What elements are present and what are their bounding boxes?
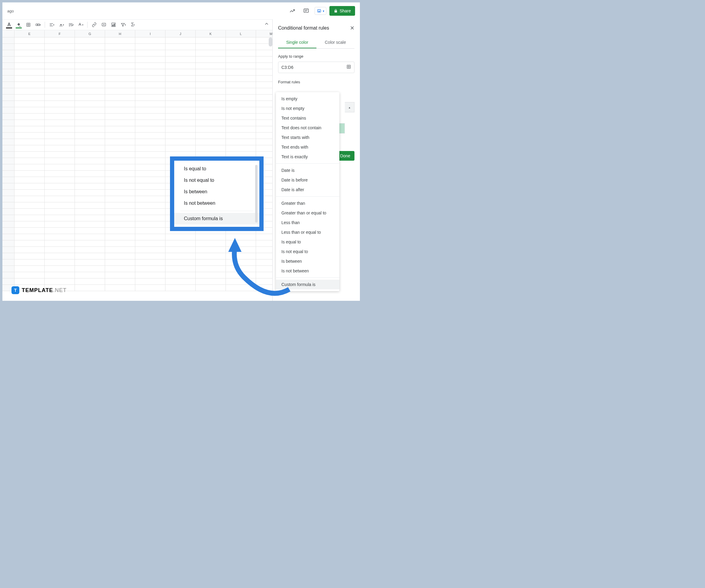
last-edit-ago: ago [7, 9, 14, 13]
valign-icon[interactable]: ▾ [57, 20, 65, 29]
vertical-scrollbar[interactable] [269, 38, 272, 46]
column-header[interactable]: H [105, 30, 135, 37]
wrap-icon[interactable]: ▾ [67, 20, 75, 29]
grid-row[interactable] [2, 94, 272, 101]
grid-row[interactable] [2, 247, 272, 253]
rule-option[interactable]: Text ends with [276, 142, 339, 152]
functions-icon[interactable]: Σ▾ [129, 20, 137, 29]
rule-option[interactable]: Text is exactly [276, 152, 339, 162]
watermark: T TEMPLATE.NET [11, 286, 67, 294]
link-icon[interactable] [90, 20, 98, 29]
grid-row[interactable] [2, 44, 272, 50]
svg-rect-21 [112, 25, 113, 26]
halign-icon[interactable]: ▾ [47, 20, 56, 29]
grid-row[interactable] [2, 38, 272, 44]
svg-rect-20 [112, 23, 115, 27]
close-icon[interactable]: ✕ [350, 25, 355, 32]
rule-option[interactable]: Date is [276, 166, 339, 175]
grid-row[interactable] [2, 139, 272, 145]
grid-row[interactable] [2, 260, 272, 266]
rule-option[interactable]: Less than [276, 218, 339, 227]
callout-item[interactable]: Is not between [174, 197, 260, 209]
column-header[interactable]: F [45, 30, 75, 37]
tab-color-scale[interactable]: Color scale [317, 37, 355, 48]
grid-row[interactable] [2, 63, 272, 69]
apply-to-range-label: Apply to range [278, 54, 355, 58]
callout-zoom: Is equal to Is not equal to Is between I… [170, 156, 264, 231]
rule-option[interactable]: Is between [276, 257, 339, 266]
rule-option[interactable]: Text starts with [276, 133, 339, 142]
column-header[interactable]: E [14, 30, 45, 37]
rule-option[interactable]: Is not empty [276, 103, 339, 113]
grid-row[interactable] [2, 272, 272, 278]
grid-row[interactable] [2, 82, 272, 88]
rule-option[interactable]: Greater than or equal to [276, 208, 339, 218]
grid-row[interactable] [2, 120, 272, 126]
rule-option[interactable]: Date is before [276, 175, 339, 185]
rule-option[interactable]: Less than or equal to [276, 227, 339, 237]
present-dropdown[interactable]: ▾ [315, 7, 326, 15]
watermark-name: TEMPLATE [22, 287, 53, 293]
grid-row[interactable] [2, 69, 272, 76]
rotate-icon[interactable]: ▾ [77, 20, 85, 29]
callout-item[interactable]: Is between [174, 186, 260, 197]
grid-row[interactable] [2, 240, 272, 247]
grid-row[interactable] [2, 126, 272, 133]
chart-icon[interactable] [109, 20, 118, 29]
grid-row[interactable] [2, 101, 272, 107]
rule-dropdown-toggle[interactable]: ▴ [345, 102, 355, 112]
grid-row[interactable] [2, 278, 272, 285]
filter-icon[interactable]: ▾ [119, 20, 128, 29]
grid-row[interactable] [2, 76, 272, 82]
rule-option-custom-formula[interactable]: Custom formula is [276, 280, 339, 289]
comment-icon[interactable] [301, 5, 312, 16]
text-color-icon[interactable]: A [5, 20, 13, 29]
svg-rect-22 [114, 24, 114, 26]
range-field[interactable] [281, 65, 337, 70]
grid-row[interactable] [2, 114, 272, 120]
svg-rect-8 [36, 24, 38, 26]
callout-item-highlight[interactable]: Custom formula is [174, 213, 260, 224]
rule-option[interactable]: Text contains [276, 113, 339, 123]
rule-option[interactable]: Is empty [276, 94, 339, 103]
column-header[interactable]: I [135, 30, 166, 37]
panel-title: Conditional format rules [278, 26, 329, 31]
share-button[interactable]: Share [329, 6, 355, 16]
rule-option[interactable]: Is not between [276, 266, 339, 276]
tab-single-color[interactable]: Single color [278, 37, 317, 48]
grid-row[interactable] [2, 107, 272, 114]
grid-row[interactable] [2, 133, 272, 139]
format-rules-label: Format rules [278, 80, 355, 84]
grid-row[interactable] [2, 88, 272, 94]
rule-option[interactable]: Text does not contain [276, 123, 339, 133]
rule-option[interactable]: Date is after [276, 185, 339, 194]
column-header[interactable]: K [196, 30, 226, 37]
callout-item[interactable]: Is equal to [174, 163, 260, 175]
share-label: Share [340, 8, 351, 13]
insert-comment-icon[interactable] [100, 20, 108, 29]
rule-option[interactable]: Is not equal to [276, 247, 339, 257]
borders-icon[interactable] [24, 20, 33, 29]
rule-option[interactable]: Is equal to [276, 237, 339, 247]
trend-icon[interactable] [287, 5, 298, 16]
column-header[interactable]: L [226, 30, 256, 37]
grid-row[interactable] [2, 50, 272, 56]
fill-color-icon[interactable] [14, 20, 23, 29]
grid-row[interactable] [2, 234, 272, 240]
column-header[interactable]: J [166, 30, 196, 37]
rule-option[interactable]: Greater than [276, 198, 339, 208]
grid-row[interactable] [2, 253, 272, 260]
grid-row[interactable] [2, 145, 272, 151]
grid-row[interactable] [2, 266, 272, 272]
collapse-toolbar-icon[interactable] [264, 21, 269, 28]
range-picker-icon[interactable] [346, 64, 351, 71]
callout-item[interactable]: Is not equal to [174, 175, 260, 186]
column-header[interactable]: G [75, 30, 105, 37]
watermark-badge: T [11, 286, 19, 294]
grid-row[interactable] [2, 56, 272, 63]
format-rule-dropdown: Is emptyIs not emptyText containsText do… [276, 92, 339, 291]
range-input[interactable] [278, 61, 355, 73]
watermark-suffix: .NET [53, 287, 67, 293]
merge-icon[interactable]: ▾ [34, 20, 42, 29]
callout-scrollbar[interactable] [255, 165, 257, 223]
